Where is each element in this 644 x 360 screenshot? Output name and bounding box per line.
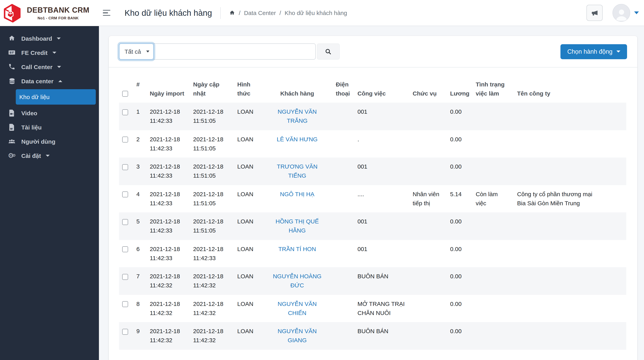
- customer-data-table: #Ngày importNgày cập nhậtHình thứcKhách …: [119, 75, 626, 349]
- row-checkbox[interactable]: [122, 164, 128, 170]
- sidebar-item-label: FE Credit: [21, 49, 48, 56]
- customer-link[interactable]: NGUYỄN HOÀNG ĐỨC: [272, 272, 323, 290]
- cell-num: 8: [133, 295, 146, 322]
- card-body: #Ngày importNgày cập nhậtHình thứcKhách …: [109, 68, 637, 360]
- cell-value: 7: [136, 273, 140, 279]
- sidebar-item-dashboard[interactable]: Dashboard: [3, 31, 96, 45]
- import-date: 2021-12-18: [150, 299, 187, 308]
- cell-value: 3: [136, 163, 140, 170]
- cell-salary: 5.14: [447, 185, 472, 212]
- sidebar-item-tai-lieu[interactable]: w Tài liệu: [3, 120, 96, 134]
- announcements-button[interactable]: [586, 5, 602, 21]
- home-icon[interactable]: [229, 10, 235, 16]
- action-dropdown-button[interactable]: Chọn hành động: [561, 44, 627, 59]
- customer-link[interactable]: NGUYỄN VĂN CHIẾN: [272, 299, 323, 317]
- cell-status: Còn làm việc: [472, 185, 514, 212]
- svg-text:$: $: [10, 51, 11, 54]
- sidebar-item-call-center[interactable]: Call Center: [3, 60, 96, 74]
- import-date: 2021-12-18: [150, 134, 187, 144]
- row-checkbox[interactable]: [122, 329, 128, 334]
- cell-value: 9: [136, 328, 140, 334]
- cell-status: [472, 103, 514, 130]
- row-checkbox[interactable]: [122, 246, 128, 252]
- cell-position: [410, 103, 447, 130]
- import-date: 2021-12-18: [150, 189, 187, 199]
- import-date: 2021-12-18: [150, 217, 187, 226]
- cell-customer: LÊ VĂN HƯNG: [262, 130, 333, 157]
- table-row: 92021-12-1811:42:322021-12-1811:42:32LOA…: [119, 322, 626, 349]
- brand[interactable]: DEBTBANK CRM No1 - CRM FOR BANK: [0, 0, 99, 26]
- update-date: 2021-12-18: [193, 299, 231, 308]
- cell-customer: NGUYỄN VĂN TRẮNG: [262, 103, 333, 130]
- customer-link[interactable]: NGÔ THỊ HẠ: [280, 189, 314, 199]
- customer-link[interactable]: TRƯƠNG VĂN TIẾNG: [272, 162, 323, 180]
- cell-value: LOAN: [237, 328, 254, 334]
- row-checkbox[interactable]: [122, 137, 128, 142]
- cell-value: ....: [358, 189, 406, 199]
- row-checkbox[interactable]: [122, 109, 128, 115]
- sidebar-item-nguoi-dung[interactable]: Người dùng: [3, 134, 96, 148]
- user-avatar[interactable]: [612, 4, 630, 22]
- cell-company: [514, 157, 626, 185]
- cell-phone: [333, 185, 354, 212]
- filter-select[interactable]: Tất cả: [119, 43, 154, 60]
- column-header-label: #: [136, 81, 140, 88]
- cell-import: 2021-12-1811:42:32: [146, 322, 190, 349]
- cell-position: [410, 130, 447, 157]
- table-row: 12021-12-1811:42:332021-12-1811:51:05LOA…: [119, 103, 626, 130]
- update-date: 2021-12-18: [193, 326, 231, 336]
- cell-cb: [119, 295, 133, 322]
- cell-num: 3: [133, 157, 146, 185]
- cell-value: 2: [136, 136, 140, 142]
- row-checkbox[interactable]: [122, 192, 128, 197]
- cell-status: [472, 295, 514, 322]
- cell-value: 4: [136, 191, 140, 197]
- database-icon: [7, 77, 16, 85]
- sidebar-item-label: Dashboard: [21, 35, 52, 42]
- cell-job: ....: [354, 185, 410, 212]
- cell-phone: [333, 322, 354, 349]
- cell-value: 8: [136, 300, 140, 307]
- sidebar-item-video[interactable]: Video: [3, 106, 96, 120]
- row-checkbox[interactable]: [122, 301, 128, 307]
- cell-update: 2021-12-1811:51:05: [190, 103, 234, 130]
- cell-position: Nhân viên tiếp thị: [410, 185, 447, 212]
- sidebar-item-kho-du-lieu-active[interactable]: Kho dữ liệu: [16, 89, 96, 105]
- cell-salary: 0.00: [447, 240, 472, 267]
- cell-value: 0.00: [450, 108, 462, 115]
- update-date: 2021-12-18: [193, 272, 231, 281]
- sidebar-item-label: Kho dữ liệu: [19, 94, 50, 100]
- cell-value: LOAN: [237, 163, 254, 170]
- sidebar-nav: Dashboard $ FE Credit Call Center: [0, 26, 99, 168]
- search-button[interactable]: [317, 43, 340, 60]
- customer-link[interactable]: TRẦN TÍ HON: [278, 244, 316, 253]
- column-header-label: Lương: [450, 90, 470, 97]
- table-row: 42021-12-1811:42:332021-12-1811:51:05LOA…: [119, 185, 626, 212]
- cell-value: 0.00: [450, 328, 462, 334]
- update-date: 2021-12-18: [193, 134, 231, 144]
- cell-type: LOAN: [234, 267, 262, 295]
- customer-link[interactable]: NGUYỄN VĂN TRẮNG: [272, 107, 323, 125]
- user-menu-caret-down-icon[interactable]: [634, 12, 639, 14]
- customer-link[interactable]: LÊ VĂN HƯNG: [277, 134, 318, 144]
- sidebar-item-data-center[interactable]: Data center: [3, 74, 96, 88]
- cell-value: 001: [358, 162, 406, 171]
- customer-link[interactable]: NGUYỄN VĂN GIANG: [272, 326, 323, 345]
- breadcrumb-item-current: Kho dữ liệu khách hàng: [284, 10, 347, 16]
- update-time: 11:42:32: [193, 308, 231, 317]
- cell-value: 0.00: [450, 163, 462, 170]
- customer-link[interactable]: HỒNG THỊ QUẾ HẰNG: [272, 217, 323, 235]
- megaphone-icon: [590, 9, 598, 17]
- row-checkbox[interactable]: [122, 274, 128, 280]
- select-all-checkbox[interactable]: [122, 91, 128, 97]
- column-header-type: Hình thức: [234, 75, 262, 103]
- cell-position: [410, 212, 447, 240]
- sidebar-item-cai-dat[interactable]: ⚙⚙ Cài đặt: [3, 148, 96, 163]
- update-date: 2021-12-18: [193, 107, 231, 116]
- row-checkbox[interactable]: [122, 219, 128, 225]
- breadcrumb-item-data-center[interactable]: Data Center: [244, 10, 276, 16]
- sidebar-item-fe-credit[interactable]: $ FE Credit: [3, 45, 96, 60]
- cell-import: 2021-12-1811:42:33: [146, 130, 190, 157]
- sidebar-toggle-bars-icon[interactable]: [103, 7, 114, 19]
- search-input[interactable]: [153, 43, 316, 60]
